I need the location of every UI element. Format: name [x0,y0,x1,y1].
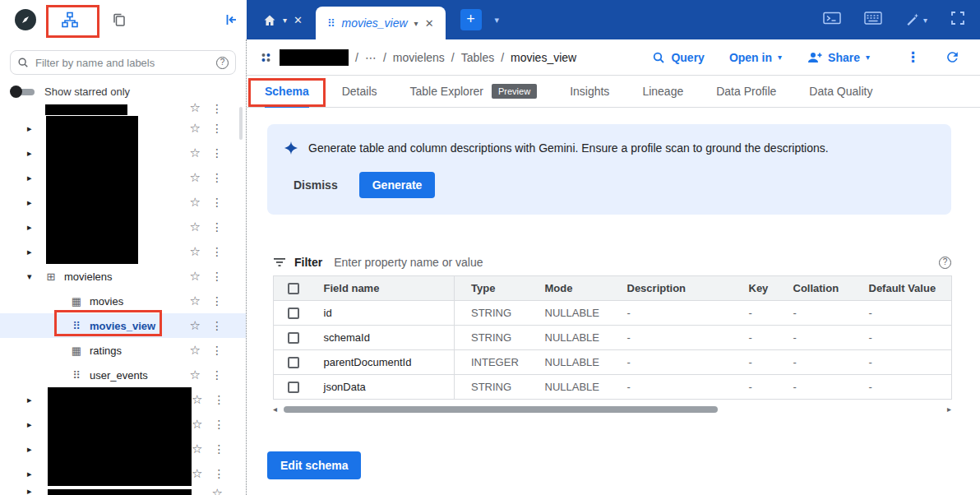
cloud-shell-icon[interactable] [823,12,841,29]
sidebar-scrollbar[interactable] [239,107,243,140]
generate-button[interactable]: Generate [359,172,436,198]
more-options-icon[interactable]: ⋮ [906,49,920,66]
tree-item-ratings[interactable]: ▦ ratings ☆ ⋮ [0,338,246,363]
show-starred-toggle[interactable] [10,86,36,98]
tree-item-redacted[interactable]: ▸ ☆ ⋮ [0,141,246,165]
fullscreen-icon[interactable] [950,11,965,29]
add-tab-button[interactable]: + [460,9,482,30]
star-icon[interactable]: ☆ [190,170,201,185]
tab-data-quality[interactable]: Data Quality [809,76,872,108]
column-header[interactable]: Key [733,276,777,301]
tab-details[interactable]: Details [342,76,377,108]
column-header[interactable]: Type [455,276,529,301]
sidebar-filter-input[interactable] [35,57,216,69]
tree-item-movies-view[interactable]: ⠿ movies_view ☆ ⋮ [0,313,246,338]
breadcrumb-dataset[interactable]: movielens [393,51,445,64]
star-icon[interactable]: ☆ [190,244,201,259]
more-options-icon[interactable]: ⋮ [211,146,223,160]
star-icon[interactable]: ☆ [192,466,202,481]
tab-table-explorer[interactable]: Table Explorer Preview [410,76,538,108]
filter-input[interactable] [334,256,931,269]
scrollbar-thumb[interactable] [284,406,718,413]
chevron-down-icon[interactable]: ▾ [27,271,38,282]
help-icon[interactable]: ? [216,57,229,69]
tree-item-redacted[interactable]: ▸ ☆ ⋮ [0,239,246,264]
chevron-down-icon[interactable]: ▾ [414,19,418,28]
query-button[interactable]: Query [652,51,704,64]
chevron-right-icon[interactable]: ▸ [27,395,38,405]
keyboard-icon[interactable] [864,12,882,28]
more-options-icon[interactable]: ⋮ [211,245,223,258]
chevron-right-icon[interactable]: ▸ [27,173,38,183]
star-icon[interactable]: ☆ [212,486,223,495]
chevron-down-icon[interactable]: ▾ [283,16,287,25]
chevron-right-icon[interactable]: ▸ [27,247,38,257]
star-icon[interactable]: ☆ [190,343,201,358]
chevron-down-icon[interactable]: ▾ [923,16,927,25]
column-header[interactable]: Description [611,276,733,301]
sidebar-search-box[interactable]: ? [10,50,236,75]
column-header[interactable]: Field name [313,276,455,301]
star-icon[interactable]: ☆ [190,269,201,284]
star-icon[interactable]: ☆ [190,146,201,160]
row-checkbox[interactable] [288,332,299,344]
chevron-right-icon[interactable]: ▸ [27,419,38,430]
home-tab[interactable]: ▾ ✕ [255,14,311,26]
chevron-right-icon[interactable]: ▸ [27,148,38,159]
more-options-icon[interactable]: ⋮ [211,171,223,184]
collapse-panel-icon[interactable] [224,12,238,30]
explorer-tree-icon[interactable] [61,11,79,29]
more-options-icon[interactable]: ⋮ [211,270,223,283]
chevron-right-icon[interactable]: ▸ [27,444,38,455]
more-options-icon[interactable]: ⋮ [211,220,223,234]
row-checkbox[interactable] [288,357,299,368]
compass-icon[interactable] [15,9,36,30]
breadcrumb-ellipsis[interactable]: ⋯ [365,51,377,64]
chevron-right-icon[interactable]: ▸ [27,469,38,479]
more-options-icon[interactable]: ⋮ [211,103,223,115]
dismiss-button[interactable]: Dismiss [284,172,348,198]
chevron-right-icon[interactable]: ▸ [27,222,38,233]
chevron-right-icon[interactable]: ▸ [27,486,38,495]
select-all-checkbox[interactable] [288,283,299,294]
tab-schema[interactable]: Schema [265,76,309,108]
close-icon[interactable]: ✕ [294,14,303,26]
edit-schema-button[interactable]: Edit schema [267,451,361,479]
close-icon[interactable]: ✕ [425,17,434,30]
star-icon[interactable]: ☆ [190,103,201,115]
chevron-down-icon[interactable]: ▾ [495,15,500,25]
chevron-right-icon[interactable]: ▸ [27,123,38,134]
star-icon[interactable]: ☆ [192,392,202,407]
star-icon[interactable]: ☆ [190,368,201,382]
breadcrumb-tables[interactable]: Tables [461,51,494,64]
star-icon[interactable]: ☆ [190,195,201,210]
row-checkbox[interactable] [288,308,299,319]
star-icon[interactable]: ☆ [190,294,201,308]
tree-item-redacted[interactable]: ▸ ☆ ⋮ [0,165,246,190]
more-options-icon[interactable]: ⋮ [211,196,223,209]
chevron-right-icon[interactable]: ▸ [27,197,38,208]
refresh-icon[interactable] [945,49,960,65]
tree-item-movies[interactable]: ▦ movies ☆ ⋮ [0,289,246,313]
magic-wand-icon[interactable]: ▾ [905,12,927,27]
tree-item-redacted[interactable]: ▸ ☆ ⋮ [0,116,246,141]
more-options-icon[interactable]: ⋮ [211,319,223,332]
more-options-icon[interactable]: ⋮ [211,344,223,357]
share-button[interactable]: Share ▾ [807,51,870,64]
star-icon[interactable]: ☆ [192,442,202,456]
more-options-icon[interactable]: ⋮ [213,442,224,456]
copy-icon[interactable] [112,12,127,27]
tree-item-redacted[interactable]: ▸ ☆ ⋮ [0,190,246,215]
tree-item-redacted[interactable]: ▸ ☆ [0,486,246,495]
column-header[interactable]: Default Value [853,276,952,301]
tree-item-user-events[interactable]: ⠿ user_events ☆ ⋮ [0,363,246,387]
more-options-icon[interactable]: ⋮ [211,122,223,135]
help-icon[interactable]: ? [939,257,951,269]
tree-item-redacted[interactable]: ▸ ☆ ⋮ [0,387,246,412]
tab-data-profile[interactable]: Data Profile [716,76,776,108]
star-icon[interactable]: ☆ [190,121,201,136]
tab-insights[interactable]: Insights [570,76,609,108]
more-options-icon[interactable]: ⋮ [213,418,224,431]
column-header[interactable]: Collation [777,276,853,301]
more-options-icon[interactable]: ⋮ [213,467,224,480]
